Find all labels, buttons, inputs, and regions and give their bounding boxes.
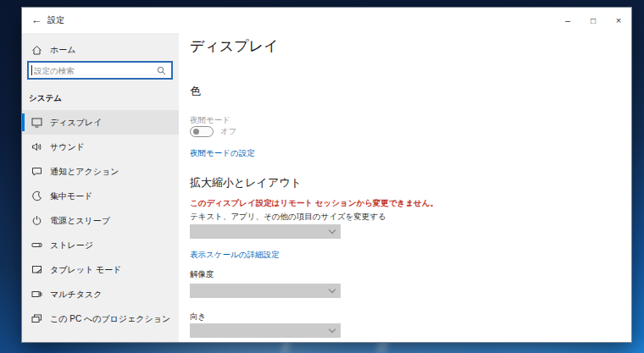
section-scale-layout: 拡大縮小とレイアウト bbox=[190, 175, 302, 190]
projection-icon bbox=[31, 313, 42, 325]
storage-icon bbox=[31, 240, 42, 251]
night-light-settings-link[interactable]: 夜間モードの設定 bbox=[190, 148, 255, 159]
sidebar-section-title: システム bbox=[29, 93, 62, 104]
toggle-state-label: オフ bbox=[220, 126, 236, 137]
caption-buttons: – □ × bbox=[555, 8, 631, 33]
toggle-knob bbox=[193, 129, 199, 135]
sidebar-item-power-sleep[interactable]: 電源とスリープ bbox=[22, 208, 179, 233]
night-light-toggle[interactable] bbox=[190, 126, 214, 137]
search-icon[interactable] bbox=[157, 66, 166, 75]
orientation-dropdown[interactable] bbox=[190, 323, 341, 338]
search-box[interactable] bbox=[27, 61, 173, 80]
sidebar-item-display[interactable]: ディスプレイ bbox=[22, 110, 179, 135]
chevron-down-icon bbox=[329, 227, 336, 234]
power-icon bbox=[31, 215, 42, 227]
back-arrow-icon: ← bbox=[31, 14, 42, 26]
section-color: 色 bbox=[190, 84, 201, 99]
advanced-scaling-link[interactable]: 表示スケールの詳細設定 bbox=[190, 250, 279, 261]
sidebar-item-label: ディスプレイ bbox=[50, 117, 102, 129]
orientation-label: 向き bbox=[190, 312, 206, 323]
sidebar-item-label: タブレット モード bbox=[50, 264, 121, 276]
resolution-dropdown[interactable] bbox=[190, 284, 341, 298]
minimize-button[interactable]: – bbox=[555, 8, 580, 33]
sidebar-item-storage[interactable]: ストレージ bbox=[22, 233, 179, 257]
back-button[interactable]: ← bbox=[25, 9, 47, 31]
text-size-dropdown[interactable] bbox=[190, 224, 341, 239]
sidebar: ホーム システム ディスプレイ サウンド bbox=[22, 33, 179, 342]
maximize-icon: □ bbox=[591, 16, 596, 25]
sidebar-item-label: マルチタスク bbox=[50, 289, 102, 301]
titlebar: ← 設定 – □ × bbox=[22, 8, 631, 33]
sidebar-item-tablet-mode[interactable]: タブレット モード bbox=[22, 257, 179, 282]
moon-icon bbox=[31, 190, 42, 202]
night-light-label: 夜間モード bbox=[190, 115, 230, 126]
sidebar-item-label: 通知とアクション bbox=[50, 166, 119, 178]
close-button[interactable]: × bbox=[606, 8, 631, 33]
text-size-label: テキスト、アプリ、その他の項目のサイズを変更する bbox=[190, 212, 386, 223]
sidebar-item-label: 集中モード bbox=[50, 190, 92, 202]
search-input[interactable] bbox=[32, 66, 157, 75]
sidebar-item-label: 電源とスリープ bbox=[50, 215, 110, 227]
chevron-down-icon bbox=[329, 286, 336, 293]
minimize-icon: – bbox=[565, 15, 570, 25]
page-title: ディスプレイ bbox=[190, 36, 278, 56]
sound-icon bbox=[31, 141, 42, 153]
night-light-toggle-row: オフ bbox=[190, 126, 236, 137]
chevron-down-icon bbox=[329, 326, 336, 333]
sidebar-item-home[interactable]: ホーム bbox=[22, 40, 179, 60]
close-icon: × bbox=[616, 15, 621, 25]
sidebar-item-focus-assist[interactable]: 集中モード bbox=[22, 184, 179, 208]
sidebar-item-label: この PC へのプロジェクション bbox=[50, 313, 170, 325]
sidebar-nav-list: ディスプレイ サウンド 通知とアクション 集中モード bbox=[22, 110, 179, 331]
sidebar-item-notifications[interactable]: 通知とアクション bbox=[22, 159, 179, 184]
main-content: ディスプレイ 色 夜間モード オフ 夜間モードの設定 拡大縮小とレイアウト この… bbox=[179, 33, 631, 342]
resolution-label: 解像度 bbox=[190, 269, 214, 280]
tablet-icon bbox=[31, 264, 42, 276]
maximize-button[interactable]: □ bbox=[580, 8, 606, 33]
display-icon bbox=[31, 117, 42, 129]
app-title: 設定 bbox=[47, 8, 64, 33]
home-icon bbox=[31, 44, 42, 56]
notifications-icon bbox=[31, 166, 42, 178]
sidebar-item-projecting[interactable]: この PC へのプロジェクション bbox=[22, 306, 179, 331]
sidebar-item-multitasking[interactable]: マルチタスク bbox=[22, 282, 179, 306]
sidebar-item-label: ホーム bbox=[50, 44, 75, 56]
sidebar-item-label: サウンド bbox=[50, 141, 85, 153]
sidebar-item-label: ストレージ bbox=[50, 240, 93, 251]
settings-window: ← 設定 – □ × ホーム システム bbox=[21, 7, 632, 343]
multitask-icon bbox=[31, 289, 42, 301]
remote-session-warning: このディスプレイ設定はリモート セッションから変更できません。 bbox=[190, 198, 438, 209]
sidebar-item-sound[interactable]: サウンド bbox=[22, 135, 179, 159]
